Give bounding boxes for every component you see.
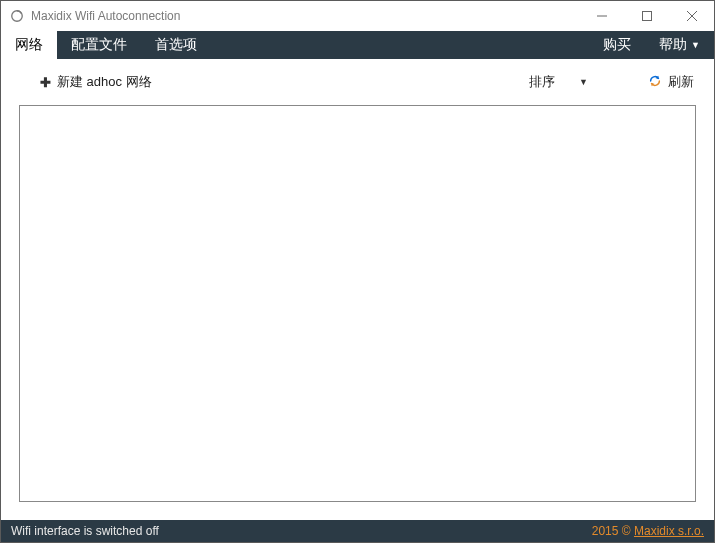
menubar: 网络 配置文件 首选项 购买 帮助 ▼ — [1, 31, 714, 59]
chevron-down-icon: ▼ — [579, 77, 588, 87]
company-link[interactable]: Maxidix s.r.o. — [634, 524, 704, 538]
window-title: Maxidix Wifi Autoconnection — [31, 9, 180, 23]
copyright: 2015 © Maxidix s.r.o. — [592, 524, 704, 538]
minimize-button[interactable] — [579, 1, 624, 31]
menu-network-label: 网络 — [15, 36, 43, 54]
sort-label: 排序 — [529, 73, 555, 91]
menu-profiles[interactable]: 配置文件 — [57, 31, 141, 59]
new-adhoc-button[interactable]: ✚ 新建 adhoc 网络 — [39, 73, 152, 91]
new-adhoc-label: 新建 adhoc 网络 — [57, 73, 152, 91]
copyright-year: 2015 © — [592, 524, 631, 538]
plus-icon: ✚ — [39, 76, 51, 88]
close-button[interactable] — [669, 1, 714, 31]
status-message: Wifi interface is switched off — [11, 524, 159, 538]
menu-profiles-label: 配置文件 — [71, 36, 127, 54]
svg-rect-2 — [642, 12, 651, 21]
refresh-icon — [648, 74, 662, 91]
menu-help[interactable]: 帮助 ▼ — [645, 31, 714, 59]
menu-buy[interactable]: 购买 — [589, 31, 645, 59]
menu-preferences[interactable]: 首选项 — [141, 31, 211, 59]
refresh-label: 刷新 — [668, 73, 694, 91]
statusbar: Wifi interface is switched off 2015 © Ma… — [1, 520, 714, 542]
menu-network[interactable]: 网络 — [1, 31, 57, 59]
chevron-down-icon: ▼ — [691, 40, 700, 50]
toolbar: ✚ 新建 adhoc 网络 排序 ▼ 刷新 — [1, 59, 714, 105]
maximize-button[interactable] — [624, 1, 669, 31]
network-list[interactable] — [19, 105, 696, 502]
menu-preferences-label: 首选项 — [155, 36, 197, 54]
app-icon — [9, 8, 25, 24]
main-area — [1, 105, 714, 520]
menu-help-label: 帮助 — [659, 36, 687, 54]
titlebar: Maxidix Wifi Autoconnection — [1, 1, 714, 31]
sort-button[interactable]: 排序 ▼ — [529, 73, 588, 91]
menu-buy-label: 购买 — [603, 36, 631, 54]
refresh-button[interactable]: 刷新 — [648, 73, 694, 91]
